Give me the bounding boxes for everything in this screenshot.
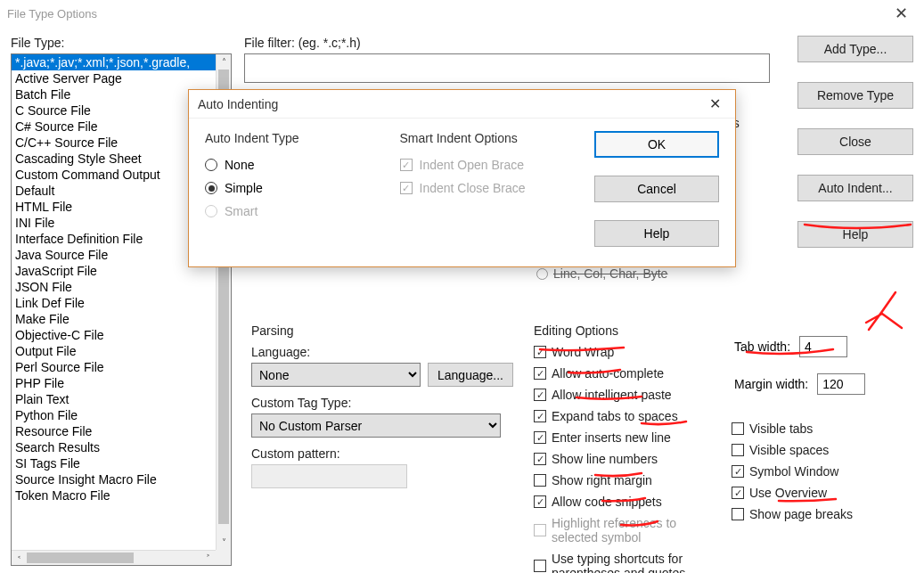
language-select[interactable]: None bbox=[251, 363, 421, 387]
parsing-title: Parsing bbox=[251, 323, 519, 338]
checkbox-option[interactable]: ✓Allow auto-complete bbox=[534, 366, 719, 381]
radio-option: Smart bbox=[205, 204, 391, 218]
auto-indenting-dialog: Auto Indenting ✕ Auto Indent Type NoneSi… bbox=[188, 89, 736, 267]
checkbox-label: Expand tabs to spaces bbox=[552, 409, 678, 423]
list-item[interactable]: *.java;*.jav;*.xml;*.json,*.gradle, bbox=[12, 54, 231, 70]
checkbox-icon: ✓ bbox=[732, 465, 744, 478]
remove-type-button[interactable]: Remove Type bbox=[797, 82, 913, 109]
custom-tag-label: Custom Tag Type: bbox=[251, 396, 519, 410]
list-item[interactable]: Search Results bbox=[12, 439, 231, 455]
checkbox-label: Visible spaces bbox=[749, 443, 829, 457]
checkbox-option[interactable]: ✓Use Overview bbox=[732, 486, 917, 500]
smart-indent-title: Smart Indent Options bbox=[400, 131, 586, 145]
auto-indent-button[interactable]: Auto Indent... bbox=[797, 175, 913, 201]
custom-tag-select[interactable]: No Custom Parser bbox=[251, 413, 501, 438]
scroll-down-icon[interactable]: ˅ bbox=[217, 535, 231, 550]
list-item[interactable]: Python File bbox=[12, 407, 231, 423]
checkbox-icon: ✓ bbox=[534, 389, 546, 401]
checkbox-option: ✓Indent Close Brace bbox=[400, 181, 586, 195]
checkbox-label: Highlight references to selected symbol bbox=[552, 516, 719, 544]
custom-pattern-input[interactable] bbox=[251, 464, 407, 488]
tab-width-input[interactable] bbox=[799, 336, 847, 357]
tab-width-label: Tab width: bbox=[734, 340, 790, 354]
list-item[interactable]: Make File bbox=[12, 311, 231, 327]
checkbox-icon: ✓ bbox=[534, 431, 546, 444]
checkbox-icon bbox=[732, 444, 744, 456]
add-type-button[interactable]: Add Type... bbox=[797, 36, 913, 62]
dialog-close-icon[interactable]: ✕ bbox=[704, 95, 726, 112]
checkbox-option[interactable]: Visible spaces bbox=[732, 443, 917, 457]
checkbox-option[interactable]: ✓Show line numbers bbox=[534, 452, 719, 466]
list-item[interactable]: Plain Text bbox=[12, 391, 231, 407]
language-button[interactable]: Language... bbox=[428, 363, 513, 387]
checkbox-option[interactable]: ✓Allow code snippets bbox=[534, 495, 719, 509]
checkbox-option: ✓Indent Open Brace bbox=[400, 158, 586, 172]
language-label: Language: bbox=[251, 345, 519, 359]
checkbox-icon bbox=[534, 474, 546, 487]
checkbox-option[interactable]: ✓Enter inserts new line bbox=[534, 430, 719, 445]
checkbox-icon bbox=[732, 422, 744, 435]
radio-icon bbox=[205, 159, 217, 171]
close-icon[interactable]: ✕ bbox=[886, 4, 917, 23]
file-filter-input[interactable] bbox=[244, 53, 770, 83]
ok-button[interactable]: OK bbox=[594, 131, 719, 158]
checkbox-label: Visible tabs bbox=[749, 422, 813, 436]
list-item[interactable]: Source Insight Macro File bbox=[12, 471, 231, 487]
list-item[interactable]: Objective-C File bbox=[12, 327, 231, 343]
list-item[interactable]: Output File bbox=[12, 343, 231, 359]
list-item[interactable]: Link Def File bbox=[12, 295, 231, 311]
checkbox-option[interactable]: ✓Allow intelligent paste bbox=[534, 388, 719, 402]
radio-option[interactable]: None bbox=[205, 158, 391, 172]
scroll-left-icon[interactable]: ˂ bbox=[12, 553, 27, 568]
margin-width-input[interactable] bbox=[817, 373, 865, 395]
checkbox-icon: ✓ bbox=[732, 487, 744, 499]
line-col-option: Line, Col, Char, Byte bbox=[536, 266, 667, 281]
list-item[interactable]: Perl Source File bbox=[12, 359, 231, 375]
checkbox-option[interactable]: ✓Word Wrap bbox=[534, 345, 719, 359]
hscroll-thumb[interactable] bbox=[27, 553, 134, 563]
checkbox-label: Word Wrap bbox=[552, 345, 614, 359]
checkbox-option[interactable]: ✓Expand tabs to spaces bbox=[534, 409, 719, 423]
list-item[interactable]: Active Server Page bbox=[12, 70, 231, 86]
checkbox-icon: ✓ bbox=[400, 159, 413, 171]
close-button[interactable]: Close bbox=[797, 128, 913, 155]
checkbox-label: Show page breaks bbox=[749, 507, 853, 521]
checkbox-label: Allow auto-complete bbox=[552, 366, 664, 381]
list-item[interactable]: SI Tags File bbox=[12, 455, 231, 471]
checkbox-icon: ✓ bbox=[534, 346, 546, 358]
radio-icon bbox=[205, 205, 217, 217]
checkbox-label: Use typing shortcuts for parentheses and… bbox=[552, 552, 719, 573]
radio-option[interactable]: Simple bbox=[205, 181, 391, 195]
file-type-label: File Type: bbox=[11, 36, 232, 50]
list-item[interactable]: Resource File bbox=[12, 423, 231, 439]
checkbox-label: Show right margin bbox=[552, 473, 652, 487]
checkbox-icon bbox=[732, 508, 744, 520]
list-item[interactable]: PHP File bbox=[12, 375, 231, 391]
dialog-help-button[interactable]: Help bbox=[594, 220, 719, 247]
checkbox-label: Show line numbers bbox=[552, 452, 658, 466]
checkbox-label: Use Overview bbox=[749, 486, 827, 500]
checkbox-label: Enter inserts new line bbox=[552, 430, 671, 445]
list-item[interactable]: JSON File bbox=[12, 279, 231, 295]
window-titlebar: File Type Options ✕ bbox=[0, 0, 924, 27]
checkbox-label: Symbol Window bbox=[749, 464, 838, 479]
checkbox-option[interactable]: Show page breaks bbox=[732, 507, 917, 521]
listbox-hscrollbar[interactable]: ˂ ˃ bbox=[12, 550, 216, 565]
checkbox-icon: ✓ bbox=[534, 495, 546, 508]
list-item[interactable]: Token Macro File bbox=[12, 487, 231, 503]
window-title: File Type Options bbox=[7, 7, 97, 20]
checkbox-icon: ✓ bbox=[534, 453, 546, 465]
scroll-right-icon[interactable]: ˃ bbox=[200, 551, 216, 566]
checkbox-option[interactable]: ✓Symbol Window bbox=[732, 464, 917, 479]
checkbox-icon bbox=[534, 524, 546, 536]
checkbox-option: Highlight references to selected symbol bbox=[534, 516, 719, 544]
dialog-title: Auto Indenting bbox=[198, 97, 278, 111]
help-button[interactable]: Help bbox=[797, 221, 913, 248]
scroll-up-icon[interactable]: ˄ bbox=[217, 54, 231, 70]
checkbox-option[interactable]: Visible tabs bbox=[732, 422, 917, 436]
checkbox-icon: ✓ bbox=[534, 410, 546, 422]
cancel-button[interactable]: Cancel bbox=[594, 176, 719, 202]
checkbox-option[interactable]: Show right margin bbox=[534, 473, 719, 487]
margin-width-label: Margin width: bbox=[734, 377, 808, 391]
checkbox-option[interactable]: Use typing shortcuts for parentheses and… bbox=[534, 552, 719, 573]
